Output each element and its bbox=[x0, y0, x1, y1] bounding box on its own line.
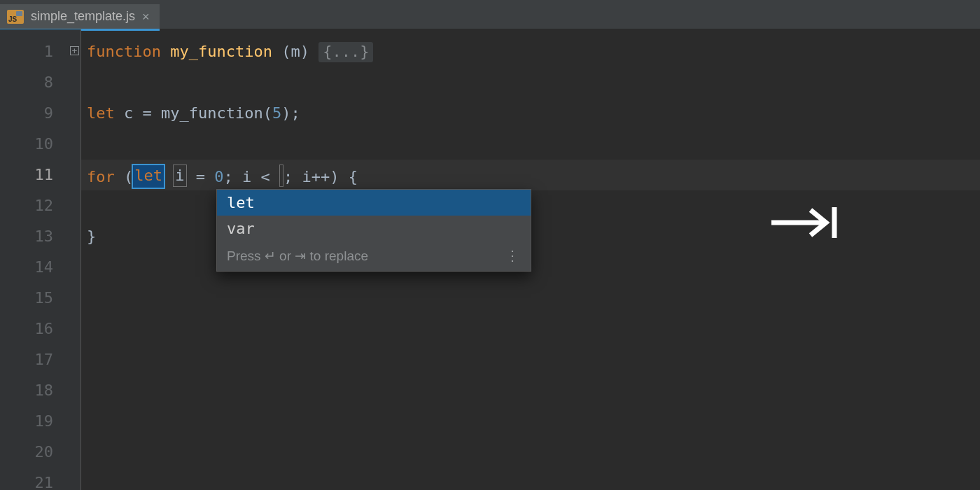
line-number: 11 bbox=[0, 160, 69, 190]
operator: = bbox=[143, 104, 152, 122]
line-number: 13 bbox=[0, 221, 69, 252]
code-line-current[interactable]: for (let i = 0; i < ; i++) { bbox=[81, 160, 980, 190]
number: 5 bbox=[272, 104, 281, 122]
line-number: 1 bbox=[0, 36, 69, 67]
keyword: let bbox=[87, 104, 115, 122]
number: 0 bbox=[214, 168, 223, 186]
fold-expand-icon[interactable]: + bbox=[70, 46, 79, 55]
close-icon[interactable]: × bbox=[142, 10, 150, 23]
code-line[interactable] bbox=[81, 129, 980, 160]
tab-key-arrow-icon bbox=[770, 206, 840, 239]
line-number: 17 bbox=[0, 344, 69, 375]
function-name: my_function bbox=[170, 43, 272, 60]
code-line[interactable] bbox=[81, 283, 980, 314]
code-line[interactable] bbox=[81, 67, 980, 98]
punct: } bbox=[87, 227, 96, 245]
line-number: 18 bbox=[0, 375, 69, 406]
code-line[interactable]: function my_function (m) {...} bbox=[81, 36, 980, 67]
line-number: 12 bbox=[0, 190, 69, 221]
line-number: 20 bbox=[0, 437, 69, 468]
operator: = bbox=[196, 168, 205, 186]
code-area[interactable]: function my_function (m) {...} let c = m… bbox=[81, 29, 980, 490]
code-line[interactable] bbox=[81, 468, 980, 490]
code-line[interactable] bbox=[81, 437, 980, 468]
line-number: 16 bbox=[0, 314, 69, 344]
fold-gutter: + bbox=[69, 29, 81, 490]
keyword: function bbox=[87, 43, 161, 60]
editor-tab-active[interactable]: JS simple_template.js × bbox=[0, 4, 160, 29]
identifier: i bbox=[302, 168, 312, 186]
identifier: i bbox=[242, 168, 251, 186]
line-number: 15 bbox=[0, 283, 69, 314]
line-number-gutter: 1 8 9 10 11 12 13 14 15 16 17 18 19 20 2… bbox=[0, 29, 69, 490]
completion-popup: let var Press ↵ or ⇥ to replace ⋮ bbox=[216, 189, 531, 272]
punct: ( bbox=[263, 104, 272, 122]
completion-item[interactable]: let bbox=[217, 190, 531, 216]
completion-hint-text: Press ↵ or ⇥ to replace bbox=[227, 248, 368, 264]
code-editor[interactable]: 1 8 9 10 11 12 13 14 15 16 17 18 19 20 2… bbox=[0, 29, 980, 490]
code-line[interactable]: let c = my_function(5); bbox=[81, 98, 980, 129]
more-icon[interactable]: ⋮ bbox=[505, 247, 521, 264]
line-number: 10 bbox=[0, 129, 69, 160]
folded-region[interactable]: {...} bbox=[318, 42, 373, 62]
keyword: for bbox=[87, 168, 115, 186]
code-line[interactable] bbox=[81, 314, 980, 344]
call: my_function bbox=[161, 104, 263, 122]
operator: < bbox=[261, 168, 270, 186]
punct: ; bbox=[224, 168, 233, 186]
params: (m) bbox=[281, 43, 309, 60]
punct: ( bbox=[124, 168, 133, 186]
identifier: c bbox=[124, 104, 133, 122]
line-number: 9 bbox=[0, 98, 69, 129]
code-line[interactable] bbox=[81, 406, 980, 437]
template-field-empty[interactable] bbox=[279, 164, 284, 187]
code-line[interactable] bbox=[81, 344, 980, 375]
line-number: 14 bbox=[0, 252, 69, 283]
line-number: 19 bbox=[0, 406, 69, 437]
completion-hint: Press ↵ or ⇥ to replace ⋮ bbox=[217, 241, 531, 271]
js-file-icon: JS bbox=[7, 10, 24, 24]
line-number: 21 bbox=[0, 468, 69, 490]
punct: { bbox=[349, 168, 358, 186]
completion-item[interactable]: var bbox=[217, 216, 531, 241]
template-field[interactable]: i bbox=[173, 164, 186, 187]
punct: ; bbox=[284, 168, 293, 186]
punct: ) bbox=[330, 168, 339, 186]
line-number: 8 bbox=[0, 67, 69, 98]
editor-tab-filename: simple_template.js bbox=[31, 9, 135, 24]
template-field-active[interactable]: let bbox=[133, 165, 164, 188]
punct: ); bbox=[281, 104, 300, 122]
editor-tabbar: JS simple_template.js × bbox=[0, 4, 980, 29]
operator: ++ bbox=[312, 168, 330, 186]
code-line[interactable] bbox=[81, 375, 980, 406]
